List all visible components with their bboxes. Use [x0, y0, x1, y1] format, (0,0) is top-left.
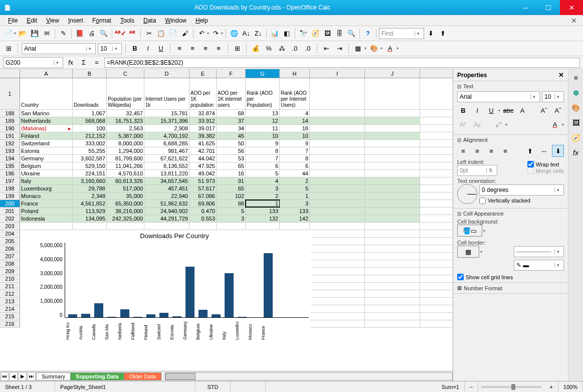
align-left-icon[interactable]: ≡ — [174, 43, 185, 54]
sb-props-icon[interactable]: ⬢ — [570, 87, 581, 98]
sb-merge-check[interactable]: Merge cells — [527, 167, 564, 174]
close-document-icon[interactable]: ✕ — [569, 17, 579, 25]
menu-data[interactable]: Data — [139, 16, 160, 25]
sb-gridlines-check[interactable]: Show cell grid lines — [457, 274, 564, 280]
sb-func-icon[interactable]: fx — [570, 147, 581, 158]
menu-edit[interactable]: Edit — [23, 16, 41, 25]
merge-cells-icon[interactable]: ⊞ — [232, 43, 243, 54]
menu-help[interactable]: Help — [191, 16, 212, 25]
sum-icon[interactable]: Σ — [78, 57, 89, 68]
minimize-button[interactable]: ─ — [514, 0, 537, 15]
add-decimal-icon[interactable]: .0 — [289, 43, 300, 54]
zoom-in-icon[interactable]: + — [544, 381, 558, 392]
preview-icon[interactable]: 🔍 — [98, 28, 109, 39]
help-icon[interactable]: ? — [362, 28, 373, 39]
close-button[interactable]: ✕ — [560, 0, 583, 15]
standard-format-icon[interactable]: ⁂ — [276, 43, 287, 54]
sb-underline-button[interactable]: U — [485, 104, 497, 116]
sb-grow-font-icon[interactable]: Aˆ — [538, 104, 550, 116]
sheet-tab-older[interactable]: Older Data — [124, 372, 161, 380]
tab-first-icon[interactable]: ⏮ — [1, 372, 9, 381]
find-input[interactable]: Find▾ — [379, 28, 424, 39]
spellcheck-icon[interactable]: ᴬᴮ✓ — [115, 28, 126, 39]
sb-border-picker[interactable]: ▦ — [457, 246, 479, 258]
sb-gallery-icon[interactable]: 🖼 — [570, 117, 581, 128]
menu-tools[interactable]: Tools — [116, 16, 138, 25]
datasources-icon[interactable]: 🗄 — [334, 28, 345, 39]
equals-icon[interactable]: = — [91, 57, 102, 68]
formula-input[interactable] — [104, 58, 580, 68]
sb-valign-top-icon[interactable]: ⬆ — [524, 145, 536, 157]
sb-super-button[interactable]: Aᵇ — [457, 118, 469, 130]
hyperlink-icon[interactable]: 🌐 — [229, 28, 240, 39]
zoom-icon[interactable]: 🔍 — [346, 28, 357, 39]
sb-italic-button[interactable]: I — [471, 104, 483, 116]
sb-config-icon[interactable]: ≡ — [570, 72, 581, 83]
redo-icon[interactable]: ↷ — [210, 28, 221, 39]
status-zoom[interactable]: 100% — [558, 381, 583, 392]
undo-icon[interactable]: ↶ — [196, 28, 207, 39]
status-style[interactable]: PageStyle_Sheet1 — [55, 381, 196, 392]
copy-icon[interactable]: 📋 — [155, 28, 166, 39]
sb-nav-icon[interactable]: 🧭 — [570, 132, 581, 143]
sb-sub-button[interactable]: Aᵦ — [471, 118, 483, 130]
sb-vstack-check[interactable]: Vertically stacked — [479, 198, 564, 204]
cut-icon[interactable]: ✂ — [143, 28, 154, 39]
sb-border-style[interactable]: ▾ — [514, 246, 564, 257]
percent-icon[interactable]: % — [263, 43, 274, 54]
sb-align-center-icon[interactable]: ≡ — [471, 145, 483, 157]
sb-size-combo[interactable]: 10▾ — [542, 91, 564, 102]
cell-reference-input[interactable]: G200▾ — [3, 57, 63, 68]
menu-file[interactable]: File — [4, 16, 22, 25]
brush-icon[interactable]: 🖌 — [179, 28, 190, 39]
sb-border-color[interactable]: ✎ ▬▾ — [514, 260, 564, 271]
status-sum[interactable]: Sum=1 — [266, 381, 465, 392]
sort-asc-icon[interactable]: A↓ — [241, 28, 252, 39]
italic-button[interactable]: I — [142, 43, 153, 54]
sort-desc-icon[interactable]: Z↓ — [253, 28, 264, 39]
align-justify-icon[interactable]: ≡ — [213, 43, 224, 54]
fontcolor-icon[interactable]: A — [384, 43, 396, 54]
find-next-icon[interactable]: ⬇ — [425, 28, 436, 39]
sb-fontcolor-icon[interactable]: A — [549, 118, 561, 130]
sb-shadow-button[interactable]: A — [516, 104, 528, 116]
sb-valign-mid-icon[interactable]: ↔ — [538, 145, 550, 157]
gallery-icon[interactable]: 🖼 — [322, 28, 333, 39]
embedded-chart[interactable]: Downloads Per Country 5,000,0004,000,000… — [20, 230, 311, 345]
sheet-tab-supporting[interactable]: Supporting Data — [70, 372, 124, 380]
column-headers[interactable]: ABCDEFGHIJ — [0, 69, 453, 78]
font-size-combo[interactable]: 10▾ — [98, 43, 122, 54]
menu-window[interactable]: Window — [161, 16, 190, 25]
horizontal-scrollbar[interactable] — [165, 372, 453, 380]
styles-icon[interactable]: ⊞ — [3, 43, 14, 54]
chart-icon[interactable]: 📊 — [269, 28, 280, 39]
sidebar-close-icon[interactable]: ✕ — [558, 71, 564, 79]
sheet-tab-summary[interactable]: Summary — [36, 372, 71, 380]
edit-icon[interactable]: ✎ — [58, 28, 69, 39]
sb-font-combo[interactable]: Arial▾ — [457, 91, 540, 102]
sb-align-right-icon[interactable]: ≡ — [485, 145, 497, 157]
sb-shrink-font-icon[interactable]: Aˇ — [552, 104, 564, 116]
sb-indent-input[interactable]: 0pt⇅ — [457, 165, 497, 176]
tab-next-icon[interactable]: ▶ — [19, 372, 27, 381]
borders-icon[interactable]: ▦ — [352, 43, 363, 54]
save-icon[interactable]: 💾 — [29, 28, 40, 39]
navigator-icon[interactable]: 🧭 — [310, 28, 321, 39]
bold-button[interactable]: B — [129, 43, 140, 54]
open-icon[interactable]: 📂 — [17, 28, 28, 39]
section-alignment[interactable]: Alignment — [457, 137, 564, 143]
menu-insert[interactable]: Insert — [64, 16, 87, 25]
sb-strike-button[interactable]: abc — [502, 104, 514, 116]
sb-bold-button[interactable]: B — [457, 104, 469, 116]
status-sheet[interactable]: Sheet 1 / 3 — [0, 381, 55, 392]
sb-align-justify-icon[interactable]: ≡ — [499, 145, 511, 157]
section-text[interactable]: Text — [457, 83, 564, 89]
underline-button[interactable]: U — [155, 43, 166, 54]
section-appearance[interactable]: Cell Appearance — [457, 211, 564, 217]
sb-bgcolor-picker[interactable]: 🪣▭ — [457, 225, 482, 237]
email-icon[interactable]: ✉ — [41, 28, 52, 39]
zoom-out-icon[interactable]: − — [465, 381, 478, 392]
align-center-icon[interactable]: ≡ — [187, 43, 198, 54]
sb-styles-icon[interactable]: 🎨 — [570, 102, 581, 113]
sb-valign-bot-icon[interactable]: ⬇ — [552, 145, 564, 157]
